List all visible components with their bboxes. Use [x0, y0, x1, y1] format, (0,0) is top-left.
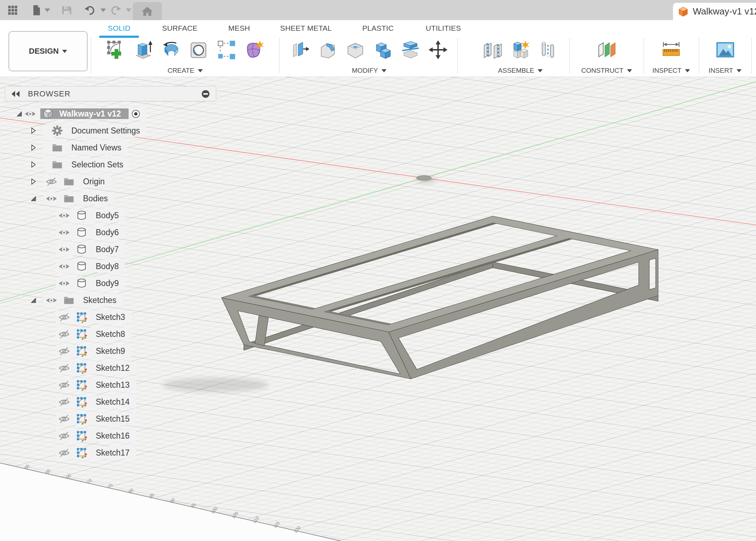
tree-item-body8[interactable]: Body8	[0, 260, 233, 273]
visibility-on-icon[interactable]	[58, 244, 70, 255]
group-label-construct[interactable]: CONSTRUCT	[581, 65, 632, 77]
group-label-inspect[interactable]: INSPECT	[652, 65, 690, 77]
tree-item-origin[interactable]: Origin	[0, 175, 233, 188]
ribbon-group-assemble: ASSEMBLE	[473, 36, 567, 77]
visibility-on-icon[interactable]	[58, 261, 70, 272]
design-mode-dropdown[interactable]: DESIGN	[8, 31, 88, 71]
visibility-off-icon[interactable]	[58, 362, 70, 374]
visibility-on-icon[interactable]	[58, 210, 70, 221]
measure-button[interactable]	[660, 40, 682, 61]
joint-origin-button[interactable]	[537, 40, 559, 61]
visibility-on-icon[interactable]	[46, 295, 57, 306]
collapse-panel-icon[interactable]	[10, 89, 21, 99]
undo-button[interactable]	[84, 4, 96, 16]
visibility-off-icon[interactable]	[58, 379, 70, 391]
visibility-on-icon[interactable]	[24, 108, 36, 120]
tree-item-document-settings[interactable]: Document Settings	[0, 124, 233, 137]
group-separator	[699, 38, 699, 74]
visibility-off-icon[interactable]	[46, 176, 57, 188]
tree-item-sketch8[interactable]: Sketch8	[0, 328, 233, 340]
origin-marker[interactable]	[417, 176, 435, 183]
extrude-button[interactable]	[133, 40, 155, 61]
visibility-off-icon[interactable]	[58, 447, 70, 459]
tree-item-sketch12[interactable]: Sketch12	[0, 362, 233, 374]
tree-item-bodies[interactable]: Bodies	[0, 192, 233, 205]
tab-sheet-metal[interactable]: SHEET METAL	[280, 20, 332, 36]
redo-button[interactable]	[110, 4, 122, 16]
visibility-off-icon[interactable]	[58, 311, 70, 323]
tree-item-sketch15[interactable]: Sketch15	[0, 412, 233, 425]
insert-canvas-button[interactable]	[714, 40, 736, 61]
tree-item-selection-sets[interactable]: Selection Sets	[0, 158, 233, 171]
tree-item-sketch14[interactable]: Sketch14	[0, 396, 233, 408]
hole-button[interactable]	[188, 40, 210, 61]
component-icon	[42, 108, 54, 119]
tree-item-walkway-v1-v12[interactable]: Walkway-v1 v12	[0, 107, 233, 120]
revolve-button[interactable]	[160, 40, 182, 61]
move-copy-button[interactable]	[427, 40, 449, 61]
group-label-create[interactable]: CREATE	[167, 65, 203, 77]
collapse-arrow-icon[interactable]	[30, 195, 37, 202]
file-menu-button[interactable]	[30, 4, 42, 16]
sketch-icon	[76, 396, 87, 408]
display-settings-icon[interactable]	[201, 89, 210, 99]
tree-item-content: Sketch15	[56, 412, 136, 425]
document-tab[interactable]: Walkway-v1 v12	[673, 3, 756, 20]
file-menu-caret-icon[interactable]	[45, 8, 50, 12]
tree-item-sketch13[interactable]: Sketch13	[0, 379, 233, 391]
tree-item-sketches[interactable]: Sketches	[0, 294, 233, 307]
create-sketch-button[interactable]	[105, 40, 127, 61]
group-label-modify[interactable]: MODIFY	[352, 65, 386, 77]
tree-item-body5[interactable]: Body5	[0, 209, 233, 222]
tree-item-body6[interactable]: Body6	[0, 226, 233, 239]
model-walkway-frame[interactable]	[163, 216, 658, 392]
group-label-assemble[interactable]: ASSEMBLE	[498, 65, 543, 77]
press-pull-button[interactable]	[289, 40, 311, 61]
split-body-button[interactable]	[400, 40, 421, 61]
visibility-off-icon[interactable]	[58, 345, 70, 357]
tree-item-body7[interactable]: Body7	[0, 243, 233, 256]
collapse-arrow-icon[interactable]	[16, 110, 23, 117]
folder-icon	[63, 193, 75, 204]
group-label-text: INSERT	[709, 67, 733, 75]
activate-component-radio[interactable]	[131, 109, 140, 118]
visibility-off-icon[interactable]	[58, 430, 70, 442]
new-component-button[interactable]	[509, 40, 531, 61]
group-label-insert[interactable]: INSERT	[709, 65, 742, 77]
undo-caret-icon[interactable]	[100, 8, 106, 12]
tree-item-sketch16[interactable]: Sketch16	[0, 429, 233, 442]
tree-item-body9[interactable]: Body9	[0, 277, 233, 290]
combine-button[interactable]	[372, 40, 394, 61]
visibility-on-icon[interactable]	[58, 227, 70, 238]
tab-plastic[interactable]: PLASTIC	[362, 20, 394, 36]
expand-arrow-icon[interactable]	[30, 161, 37, 168]
create-form-button[interactable]	[243, 40, 265, 61]
rectangular-pattern-button[interactable]	[215, 40, 237, 61]
tree-item-named-views[interactable]: Named Views	[0, 141, 233, 154]
home-view-button[interactable]	[133, 2, 162, 20]
shell-button[interactable]	[344, 40, 366, 61]
tree-item-sketch3[interactable]: Sketch3	[0, 311, 233, 323]
redo-caret-icon[interactable]	[126, 8, 131, 12]
fillet-button[interactable]	[317, 40, 339, 61]
visibility-on-icon[interactable]	[58, 278, 70, 289]
save-button[interactable]	[61, 4, 73, 16]
tab-utilities[interactable]: UTILITIES	[426, 20, 461, 36]
joint-button[interactable]	[482, 40, 504, 61]
construction-plane-button[interactable]	[596, 40, 618, 61]
app-grid-menu-button[interactable]	[7, 4, 19, 16]
tab-solid[interactable]: SOLID	[108, 20, 130, 36]
tab-mesh[interactable]: MESH	[228, 20, 250, 36]
collapse-arrow-icon[interactable]	[30, 297, 37, 304]
browser-panel-header[interactable]: BROWSER	[5, 86, 216, 101]
expand-arrow-icon[interactable]	[30, 178, 37, 185]
tree-item-sketch9[interactable]: Sketch9	[0, 345, 233, 357]
visibility-on-icon[interactable]	[46, 193, 57, 204]
visibility-off-icon[interactable]	[58, 396, 70, 408]
visibility-off-icon[interactable]	[58, 328, 70, 340]
expand-arrow-icon[interactable]	[30, 144, 37, 151]
visibility-off-icon[interactable]	[58, 413, 70, 425]
tab-surface[interactable]: SURFACE	[162, 20, 198, 36]
expand-arrow-icon[interactable]	[30, 127, 37, 134]
tree-item-sketch17[interactable]: Sketch17	[0, 446, 233, 459]
